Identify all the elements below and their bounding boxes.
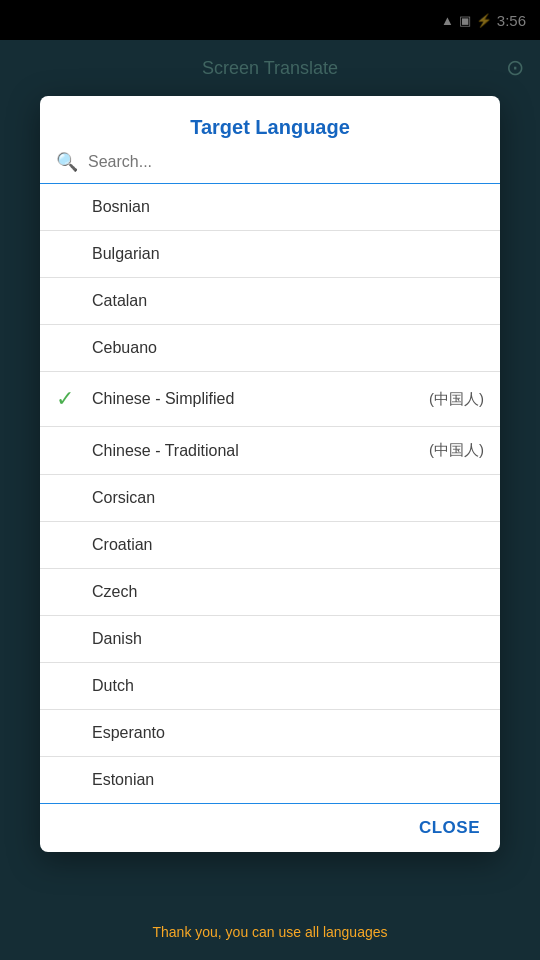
language-item[interactable]: Cebuano <box>40 325 500 372</box>
language-name: Dutch <box>92 677 484 695</box>
bottom-text: Thank you, you can use all languages <box>0 924 540 940</box>
language-native: (中国人) <box>429 441 484 460</box>
language-item[interactable]: ✓Chinese - Simplified(中国人) <box>40 372 500 427</box>
language-item[interactable]: Czech <box>40 569 500 616</box>
language-name: Esperanto <box>92 724 484 742</box>
language-name: Danish <box>92 630 484 648</box>
language-name: Czech <box>92 583 484 601</box>
search-icon: 🔍 <box>56 151 78 173</box>
language-item[interactable]: Bosnian <box>40 184 500 231</box>
language-name: Bulgarian <box>92 245 484 263</box>
target-language-dialog: Target Language 🔍 BosnianBulgarianCatala… <box>40 96 500 852</box>
language-name: Catalan <box>92 292 484 310</box>
dialog-title: Target Language <box>40 96 500 151</box>
language-name: Chinese - Traditional <box>92 442 421 460</box>
language-name: Croatian <box>92 536 484 554</box>
language-name: Estonian <box>92 771 484 789</box>
language-native: (中国人) <box>429 390 484 409</box>
language-item[interactable]: Catalan <box>40 278 500 325</box>
language-name: Cebuano <box>92 339 484 357</box>
language-item[interactable]: Croatian <box>40 522 500 569</box>
language-item[interactable]: Chinese - Traditional(中国人) <box>40 427 500 475</box>
language-item[interactable]: Corsican <box>40 475 500 522</box>
language-item[interactable]: Esperanto <box>40 710 500 757</box>
dialog-footer: Close <box>40 803 500 852</box>
language-name: Corsican <box>92 489 484 507</box>
search-input[interactable] <box>88 153 484 171</box>
close-button[interactable]: Close <box>419 818 480 838</box>
language-item[interactable]: Bulgarian <box>40 231 500 278</box>
check-icon: ✓ <box>56 386 80 412</box>
language-item[interactable]: Danish <box>40 616 500 663</box>
language-list: BosnianBulgarianCatalanCebuano✓Chinese -… <box>40 184 500 803</box>
language-item[interactable]: Dutch <box>40 663 500 710</box>
language-name: Bosnian <box>92 198 484 216</box>
language-item[interactable]: Estonian <box>40 757 500 803</box>
language-name: Chinese - Simplified <box>92 390 421 408</box>
search-container: 🔍 <box>40 151 500 183</box>
